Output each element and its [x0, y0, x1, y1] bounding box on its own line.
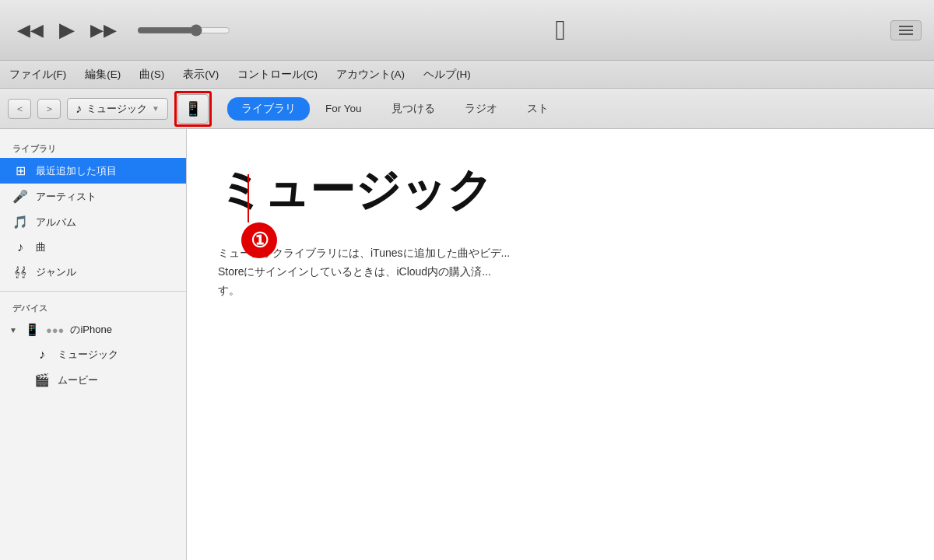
- tab-discover[interactable]: 見つける: [377, 97, 449, 121]
- sidebar-item-genres[interactable]: 𝄞𝄞 ジャンル: [0, 260, 186, 285]
- menu-line-1: [899, 26, 913, 27]
- sidebar-item-songs-label: 曲: [36, 240, 46, 254]
- nav-tabs: ライブラリ For You 見つける ラジオ スト: [227, 97, 563, 121]
- sidebar-item-recent-label: 最近追加した項目: [36, 164, 117, 178]
- apple-logo-icon: : [555, 14, 565, 47]
- volume-slider[interactable]: [137, 24, 230, 37]
- menu-song[interactable]: 曲(S): [139, 68, 164, 82]
- expand-arrow-icon: ▼: [9, 326, 17, 334]
- source-label: ミュージック: [86, 102, 147, 116]
- rewind-button[interactable]: ◀◀: [12, 17, 48, 44]
- menu-bar: ファイル(F) 編集(E) 曲(S) 表示(V) コントロール(C) アカウント…: [0, 61, 934, 89]
- genre-icon: 𝄞𝄞: [12, 266, 28, 278]
- sidebar-item-songs[interactable]: ♪ 曲: [0, 235, 186, 260]
- sidebar-device-movies[interactable]: 🎬 ムービー: [0, 367, 186, 393]
- device-name-label: のiPhone: [70, 323, 111, 337]
- toolbar: ＜ ＞ ♪ ミュージック ▼ 📱 ライブラリ For You 見つける ラジオ …: [0, 89, 934, 129]
- mic-icon: 🎤: [12, 189, 28, 204]
- menu-line-3: [899, 33, 913, 35]
- play-button[interactable]: ▶: [54, 15, 79, 45]
- sidebar: ライブラリ ⊞ 最近追加した項目 🎤 アーティスト 🎵 アルバム ♪ 曲 𝄞𝄞 …: [0, 129, 187, 560]
- device-music-icon: ♪: [34, 348, 50, 362]
- grid-icon: ⊞: [12, 163, 28, 178]
- sidebar-item-recent[interactable]: ⊞ 最近追加した項目: [0, 158, 186, 184]
- main-layout: ライブラリ ⊞ 最近追加した項目 🎤 アーティスト 🎵 アルバム ♪ 曲 𝄞𝄞 …: [0, 129, 934, 560]
- sidebar-item-albums[interactable]: 🎵 アルバム: [0, 209, 186, 235]
- source-selector[interactable]: ♪ ミュージック ▼: [67, 98, 168, 120]
- forward-button[interactable]: ▶▶: [86, 17, 121, 44]
- music-note-icon: ♪: [75, 102, 82, 116]
- transport-controls: ◀◀ ▶ ▶▶: [12, 15, 230, 45]
- sidebar-device-iphone[interactable]: ▼ 📱 ●●● のiPhone: [0, 317, 186, 342]
- menu-help[interactable]: ヘルプ(H): [423, 68, 471, 82]
- device-button[interactable]: 📱: [177, 94, 209, 124]
- tab-for-you[interactable]: For You: [311, 98, 376, 119]
- menu-edit[interactable]: 編集(E): [85, 68, 121, 82]
- album-icon: 🎵: [12, 215, 28, 229]
- content-description: ミュージックライブラリには、iTunesに追加した曲やビデ... Storeにサ…: [218, 244, 607, 299]
- menu-account[interactable]: アカウント(A): [336, 68, 405, 82]
- title-bar: ◀◀ ▶ ▶▶ : [0, 0, 934, 61]
- tab-library[interactable]: ライブラリ: [227, 97, 310, 121]
- menu-controls[interactable]: コントロール(C): [237, 68, 318, 82]
- sidebar-divider: [0, 291, 186, 292]
- device-button-wrapper: 📱: [177, 94, 209, 124]
- forward-nav-button[interactable]: ＞: [37, 99, 61, 119]
- iphone-sidebar-icon: 📱: [25, 323, 40, 337]
- sidebar-device-music[interactable]: ♪ ミュージック: [0, 342, 186, 367]
- device-music-label: ミュージック: [58, 348, 118, 362]
- back-button[interactable]: ＜: [8, 99, 31, 119]
- device-movies-icon: 🎬: [34, 373, 50, 387]
- library-section-label: ライブラリ: [0, 138, 186, 158]
- tab-radio[interactable]: ラジオ: [451, 97, 511, 121]
- content-title: ミュージック: [218, 160, 903, 221]
- menu-line-2: [899, 30, 913, 31]
- tab-store[interactable]: スト: [513, 97, 563, 121]
- sidebar-item-genres-label: ジャンル: [36, 265, 76, 279]
- content-area: ミュージック ミュージックライブラリには、iTunesに追加した曲やビデ... …: [187, 129, 934, 560]
- menu-file[interactable]: ファイル(F): [9, 68, 66, 82]
- note-icon: ♪: [12, 240, 28, 254]
- menu-view[interactable]: 表示(V): [183, 68, 219, 82]
- chevron-down-icon: ▼: [152, 104, 160, 113]
- sidebar-item-artists-label: アーティスト: [36, 190, 97, 204]
- device-name-blurred: ●●●: [46, 324, 65, 336]
- sidebar-item-albums-label: アルバム: [36, 215, 76, 229]
- apple-logo-area: : [230, 14, 890, 47]
- sidebar-item-artists[interactable]: 🎤 アーティスト: [0, 184, 186, 209]
- iphone-icon: 📱: [184, 100, 202, 117]
- devices-section-label: デバイス: [0, 298, 186, 317]
- device-movies-label: ムービー: [58, 373, 98, 387]
- menu-button[interactable]: [890, 20, 922, 40]
